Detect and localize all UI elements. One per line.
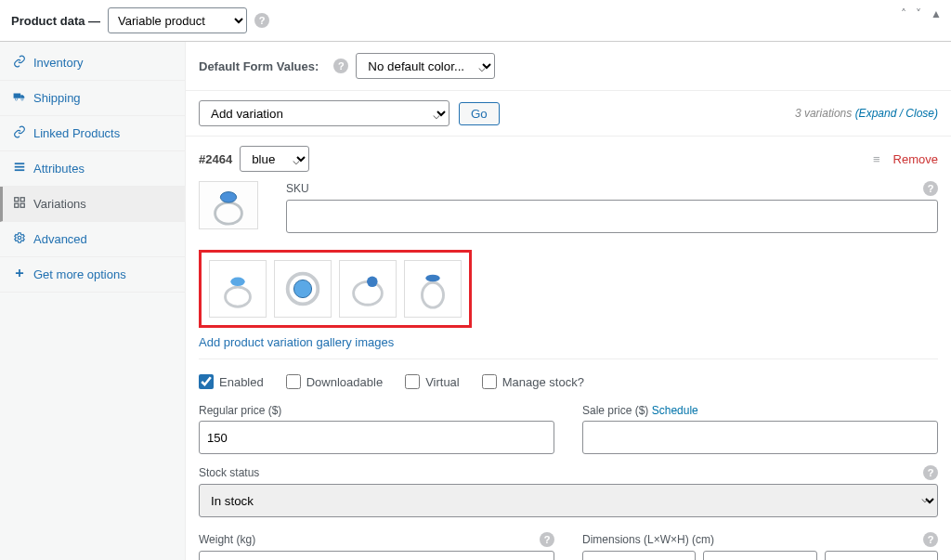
svg-rect-9: [20, 203, 24, 207]
add-variation-select[interactable]: Add variation: [199, 100, 449, 126]
list-icon: [13, 161, 26, 176]
svg-point-14: [226, 287, 251, 306]
enabled-checkbox[interactable]: Enabled: [199, 374, 264, 389]
sidebar-item-label: Variations: [33, 197, 86, 211]
sidebar-item-getmore[interactable]: Get more options: [0, 257, 185, 293]
svg-rect-3: [15, 163, 25, 164]
stock-status-label: Stock status: [199, 466, 259, 479]
variation-attr-select[interactable]: blue: [240, 146, 309, 172]
grid-icon: [13, 196, 26, 212]
sidebar-item-label: Linked Products: [33, 126, 120, 140]
product-data-header: Product data — Variable product ? ˄ ˅ ▲: [0, 0, 951, 42]
help-icon[interactable]: ?: [254, 13, 269, 28]
svg-rect-5: [15, 169, 25, 171]
svg-point-15: [230, 278, 244, 287]
sidebar-item-label: Get more options: [33, 267, 126, 281]
stock-status-select[interactable]: In stock: [199, 484, 938, 517]
sidebar-item-variations[interactable]: Variations: [0, 187, 185, 222]
sidebar-item-advanced[interactable]: Advanced: [0, 222, 185, 257]
sale-price-input[interactable]: [582, 421, 938, 454]
expand-close-link[interactable]: (Expand / Close): [855, 107, 938, 120]
tabs-sidebar: Inventory Shipping Linked Products Attri…: [0, 42, 186, 560]
collapse-triangle-icon[interactable]: ▲: [931, 7, 942, 20]
sidebar-item-inventory[interactable]: Inventory: [0, 46, 185, 81]
regular-price-label: Regular price ($): [199, 404, 281, 417]
go-button[interactable]: Go: [459, 102, 500, 125]
svg-rect-0: [14, 94, 21, 98]
remove-link[interactable]: Remove: [893, 152, 938, 166]
svg-point-10: [18, 236, 21, 240]
help-icon[interactable]: ?: [333, 59, 348, 73]
default-form-row: Default Form Values: ? No default color.…: [186, 42, 951, 91]
default-color-select[interactable]: No default color...: [356, 53, 495, 79]
sidebar-item-label: Inventory: [33, 56, 83, 70]
weight-label: Weight (kg): [199, 533, 255, 546]
length-input[interactable]: [582, 551, 696, 560]
add-variation-row: Add variation Go 3 variations (Expand / …: [186, 91, 951, 137]
sidebar-item-shipping[interactable]: Shipping: [0, 81, 185, 116]
svg-rect-8: [15, 203, 19, 207]
svg-rect-6: [15, 198, 19, 202]
height-input[interactable]: [825, 551, 938, 560]
regular-price-input[interactable]: [199, 421, 554, 454]
gallery-thumb-3[interactable]: [339, 260, 397, 318]
truck-icon: [13, 90, 26, 106]
virtual-checkbox[interactable]: Virtual: [405, 374, 460, 389]
width-input[interactable]: [703, 551, 816, 560]
sidebar-item-label: Advanced: [33, 232, 87, 246]
svg-point-19: [354, 281, 383, 305]
sidebar-item-attributes[interactable]: Attributes: [0, 151, 185, 187]
main-panel: Default Form Values: ? No default color.…: [186, 42, 951, 560]
sidebar-item-linked[interactable]: Linked Products: [0, 116, 185, 151]
default-form-label: Default Form Values:: [199, 59, 319, 73]
svg-point-2: [21, 98, 23, 100]
help-icon[interactable]: ?: [923, 181, 938, 196]
variation-header[interactable]: #2464 blue ≡ Remove: [186, 137, 951, 181]
dimensions-label: Dimensions (L×W×H) (cm): [582, 533, 714, 546]
weight-input[interactable]: [199, 551, 554, 560]
variation-id: #2464: [199, 152, 232, 166]
link-icon: [13, 125, 26, 141]
help-icon[interactable]: ?: [540, 532, 554, 547]
drag-handle-icon[interactable]: ≡: [873, 152, 880, 166]
help-icon[interactable]: ?: [923, 532, 938, 547]
sku-label: SKU: [286, 182, 309, 195]
panel-toggles: ˄ ˅ ▲: [901, 7, 942, 20]
help-icon[interactable]: ?: [923, 465, 938, 480]
header-title: Product data —: [11, 14, 100, 28]
gallery-thumb-4[interactable]: [404, 260, 462, 318]
sale-price-label: Sale price ($): [582, 404, 648, 417]
svg-point-22: [425, 275, 439, 282]
downloadable-checkbox[interactable]: Downloadable: [286, 374, 383, 389]
svg-rect-7: [20, 198, 24, 202]
variations-count: 3 variations (Expand / Close): [795, 107, 938, 120]
add-gallery-link[interactable]: Add product variation gallery images: [199, 335, 394, 349]
product-type-select[interactable]: Variable product: [108, 7, 247, 33]
svg-point-21: [422, 282, 443, 307]
sku-input[interactable]: [286, 200, 938, 233]
gallery-thumb-1[interactable]: [209, 260, 267, 318]
collapse-down-icon[interactable]: ˅: [916, 7, 921, 20]
sidebar-item-label: Shipping: [33, 91, 81, 105]
plus-icon: [13, 267, 26, 282]
link-icon: [13, 55, 26, 71]
variation-main-image[interactable]: [199, 181, 258, 229]
manage-stock-checkbox[interactable]: Manage stock?: [482, 374, 584, 389]
gallery-highlight: [199, 250, 472, 328]
gallery-thumb-2[interactable]: [274, 260, 332, 318]
schedule-link[interactable]: Schedule: [652, 404, 698, 417]
checkbox-row: Enabled Downloadable Virtual Manage stoc…: [199, 371, 938, 389]
collapse-up-icon[interactable]: ˄: [901, 7, 906, 20]
svg-point-11: [215, 202, 242, 224]
svg-point-1: [15, 98, 17, 100]
gear-icon: [13, 231, 26, 247]
sidebar-item-label: Attributes: [33, 162, 85, 176]
svg-rect-4: [15, 166, 25, 168]
svg-point-20: [367, 277, 378, 288]
